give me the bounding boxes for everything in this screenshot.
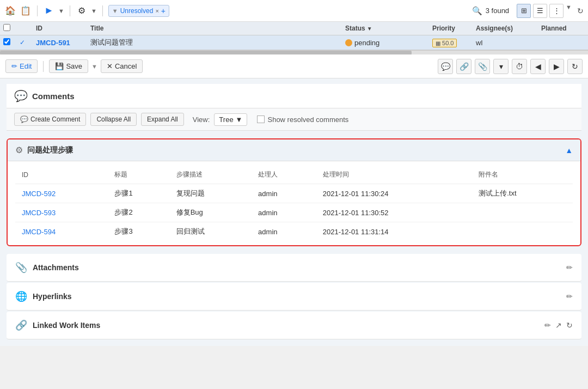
attachments-icon: 📎 xyxy=(15,262,27,273)
col-priority: Priority xyxy=(432,25,476,32)
col-title: Title xyxy=(90,25,345,32)
next-icon-btn[interactable]: ▶ xyxy=(549,59,564,74)
edit-icon: ✏ xyxy=(11,62,17,70)
filter-arrow: ▼ xyxy=(112,8,118,14)
cell-handler: admin xyxy=(252,184,316,203)
cell-title: 步骤3 xyxy=(108,222,169,241)
home-icon[interactable]: 🏠 xyxy=(4,5,16,17)
row-id-link-593[interactable]: JMCD-593 xyxy=(22,209,56,217)
hyperlinks-section: 🌐 Hyperlinks ✏ xyxy=(7,283,581,311)
row-id[interactable]: JMCD-591 xyxy=(36,39,90,47)
cell-time: 2021-12-01 11:31:14 xyxy=(316,222,472,241)
row-id-link-592[interactable]: JMCD-592 xyxy=(22,190,56,198)
status-text: pending xyxy=(354,39,379,47)
save-dropdown-arrow[interactable]: ▼ xyxy=(91,63,97,70)
link-icon-btn[interactable]: 🔗 xyxy=(456,59,471,74)
issue-row: ✓ JMCD-591 测试问题管理 pending ▦ 50.0 wl xyxy=(0,35,588,50)
custom-section: ⚙ 问题处理步骤 ▲ ID 标题 步骤描述 处理人 处理时间 附件名 xyxy=(7,138,581,246)
collapse-all-button[interactable]: Collapse All xyxy=(90,113,137,126)
priority-tag: ▦ 50.0 xyxy=(432,39,457,47)
row-priority: ▦ 50.0 xyxy=(432,39,476,47)
prev-icon-btn[interactable]: ◀ xyxy=(530,59,546,74)
cell-time: 2021-12-01 11:30:52 xyxy=(316,203,472,222)
cancel-button[interactable]: ✕ Cancel xyxy=(101,59,143,73)
custom-table-head: ID 标题 步骤描述 处理人 处理时间 附件名 xyxy=(15,166,573,184)
custom-section-header: ⚙ 问题处理步骤 ▲ xyxy=(8,139,580,161)
show-resolved-checkbox[interactable] xyxy=(257,116,265,123)
cell-attachment xyxy=(472,222,573,241)
separator-3 xyxy=(102,5,103,16)
filter-tag-unresolved[interactable]: ▼ Unresolved × + xyxy=(108,5,169,17)
cell-desc: 回归测试 xyxy=(170,222,252,241)
row-status: pending xyxy=(345,39,432,47)
attachments-edit-icon[interactable]: ✏ xyxy=(566,263,573,272)
custom-table-wrapper: ID 标题 步骤描述 处理人 处理时间 附件名 JMCD-592 步骤1 复现问… xyxy=(8,161,580,245)
filter-icon-btn[interactable]: ▾ xyxy=(493,59,509,74)
add-chevron[interactable]: ▼ xyxy=(58,8,64,14)
attach-icon-btn[interactable]: 📎 xyxy=(475,59,490,74)
view-grid-button[interactable]: ⊞ xyxy=(517,4,531,18)
create-comment-label: Create Comment xyxy=(30,116,80,123)
comments-header: 💬 Comments xyxy=(7,84,581,108)
hyperlinks-edit-icon[interactable]: ✏ xyxy=(566,292,573,301)
cancel-icon: ✕ xyxy=(107,62,113,70)
cell-id: JMCD-593 xyxy=(15,203,108,222)
filter-close-icon[interactable]: × xyxy=(155,8,158,14)
attachments-section: 📎 Attachments ✏ xyxy=(7,254,581,282)
settings-icon[interactable]: ⚙ xyxy=(76,5,88,17)
col-id: ID xyxy=(36,25,90,32)
save-icon: 💾 xyxy=(55,62,64,70)
linked-work-icon: 🔗 xyxy=(15,319,27,331)
view-mode-icons: ⊞ ☰ ⋮ ▼ xyxy=(517,4,572,18)
refresh-button[interactable]: ↻ xyxy=(577,7,584,15)
custom-table-body: JMCD-592 步骤1 复现问题 admin 2021-12-01 11:30… xyxy=(15,184,573,241)
view-select[interactable]: Tree ▼ xyxy=(214,113,247,126)
linked-work-section: 🔗 Linked Work Items ✏ ↗ ↻ xyxy=(7,312,581,339)
expand-all-button[interactable]: Expand All xyxy=(141,113,184,126)
comment-icon-btn[interactable]: 💬 xyxy=(438,59,453,74)
col-assignee: Assignee(s) xyxy=(476,25,541,32)
expand-label: Expand All xyxy=(147,116,178,123)
view-list-button[interactable]: ☰ xyxy=(533,4,547,18)
create-comment-button[interactable]: 💬 Create Comment xyxy=(14,113,86,126)
search-icon[interactable]: 🔍 xyxy=(472,6,482,16)
custom-section-title: 问题处理步骤 xyxy=(27,145,73,155)
linked-work-header[interactable]: 🔗 Linked Work Items ✏ ↗ ↻ xyxy=(7,312,581,339)
cell-handler: admin xyxy=(252,222,316,241)
time-icon-btn[interactable]: ⏱ xyxy=(512,59,527,74)
linked-work-refresh-icon[interactable]: ↻ xyxy=(566,321,573,330)
linked-work-actions: ✏ ↗ ↻ xyxy=(544,321,573,330)
cell-handler: admin xyxy=(252,203,316,222)
view-arrow: ▼ xyxy=(236,116,243,124)
status-sort-icon[interactable]: ▼ xyxy=(367,26,372,32)
linked-work-share-icon[interactable]: ↗ xyxy=(555,321,562,330)
row-id-link-594[interactable]: JMCD-594 xyxy=(22,228,56,236)
comment-controls: 💬 Create Comment Collapse All Expand All… xyxy=(7,108,581,131)
comments-icon: 💬 xyxy=(14,89,28,102)
view-more-button[interactable]: ⋮ xyxy=(549,4,564,18)
view-chevron[interactable]: ▼ xyxy=(566,4,572,18)
table-row: JMCD-594 步骤3 回归测试 admin 2021-12-01 11:31… xyxy=(15,222,573,241)
linked-work-edit-icon[interactable]: ✏ xyxy=(544,321,551,330)
view-label: View: xyxy=(193,116,210,124)
issue-id-link[interactable]: JMCD-591 xyxy=(36,39,70,47)
attachments-header[interactable]: 📎 Attachments ✏ xyxy=(7,254,581,281)
docs-icon[interactable]: 📋 xyxy=(20,5,32,17)
linked-work-title: Linked Work Items xyxy=(33,321,100,330)
section-gear-icon: ⚙ xyxy=(15,145,23,155)
row-expand-icon[interactable]: ✓ xyxy=(20,39,36,46)
attachments-actions: ✏ xyxy=(566,263,573,272)
horizontal-scrollbar[interactable] xyxy=(0,50,588,54)
save-button[interactable]: 💾 Save xyxy=(49,59,88,73)
refresh-icon-btn[interactable]: ↻ xyxy=(567,59,583,74)
create-comment-icon: 💬 xyxy=(20,116,28,123)
cell-time: 2021-12-01 11:30:24 xyxy=(316,184,472,203)
add-icon[interactable]: ► xyxy=(43,5,55,17)
edit-button[interactable]: ✏ Edit xyxy=(5,59,38,73)
separator-edit xyxy=(43,61,44,72)
section-collapse-arrow[interactable]: ▲ xyxy=(565,146,573,155)
filter-add-icon[interactable]: + xyxy=(161,7,166,15)
col-planned: Planned xyxy=(541,25,585,32)
hyperlinks-header[interactable]: 🌐 Hyperlinks ✏ xyxy=(7,283,581,310)
settings-chevron[interactable]: ▼ xyxy=(91,8,97,14)
